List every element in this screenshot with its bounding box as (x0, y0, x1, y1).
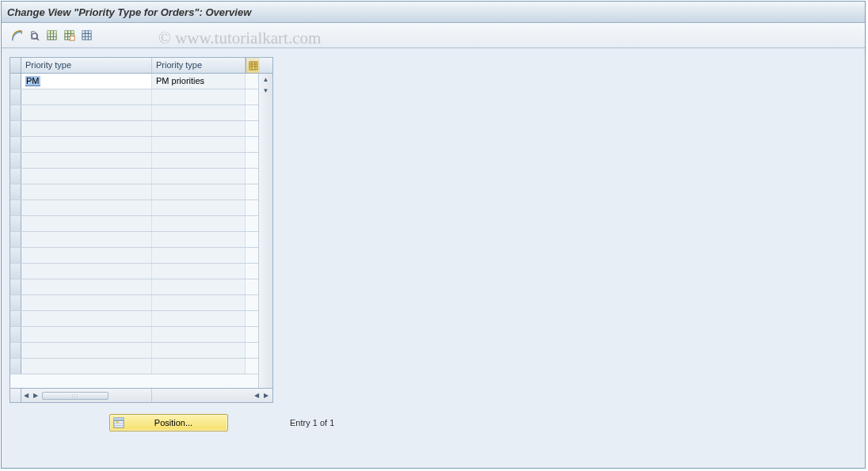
table-row[interactable] (10, 169, 258, 184)
row-selector[interactable] (10, 279, 21, 294)
cell-priority-type-code[interactable]: PM (21, 74, 152, 89)
row-selector-header[interactable] (10, 58, 21, 73)
cell-priority-type-desc[interactable]: PM priorities (152, 74, 246, 89)
svg-rect-9 (64, 31, 73, 34)
table-row[interactable] (10, 359, 258, 374)
column-header-priority-type-code[interactable]: Priority type (21, 58, 152, 73)
table-settings-icon[interactable] (246, 58, 260, 73)
row-selector[interactable] (10, 169, 21, 184)
entry-status-text: Entry 1 of 1 (290, 418, 334, 427)
other-view-icon[interactable] (10, 28, 24, 43)
row-selector[interactable] (10, 232, 21, 247)
svg-rect-14 (70, 36, 74, 40)
table-row[interactable] (10, 121, 258, 137)
content-area: Priority type Priority type PM PM priori… (2, 48, 865, 468)
table-row[interactable] (10, 327, 258, 343)
table-row[interactable] (10, 343, 258, 359)
row-selector[interactable] (10, 153, 21, 168)
svg-rect-31 (116, 421, 120, 423)
change-icon[interactable] (27, 28, 41, 43)
scroll-left-icon[interactable]: ◀ (252, 392, 261, 399)
table-row[interactable] (10, 153, 258, 169)
svg-rect-27 (114, 418, 124, 421)
row-selector[interactable] (10, 311, 21, 326)
title-bar: Change View "Priority Type for Orders": … (2, 2, 865, 23)
row-selector[interactable] (10, 200, 21, 215)
table-body: PM PM priorities (10, 74, 258, 388)
scroll-left-icon[interactable]: ◀ (21, 392, 31, 399)
row-selector[interactable] (10, 184, 21, 199)
row-selector[interactable] (10, 89, 21, 104)
table-row[interactable] (10, 264, 258, 279)
table-row[interactable] (10, 105, 258, 121)
table-row[interactable]: PM PM priorities (10, 74, 258, 89)
svg-rect-4 (47, 31, 55, 34)
scroll-down-icon[interactable]: ▼ (259, 85, 272, 96)
scroll-up-icon[interactable]: ▲ (259, 74, 272, 85)
svg-rect-21 (249, 62, 257, 70)
position-button[interactable]: Position... (109, 414, 228, 431)
table-row[interactable] (10, 137, 258, 153)
table-row[interactable] (10, 216, 258, 232)
app-frame: Change View "Priority Type for Orders": … (1, 1, 866, 469)
row-selector[interactable] (10, 121, 21, 136)
row-selector[interactable] (10, 327, 21, 342)
svg-rect-16 (82, 31, 90, 34)
row-selector[interactable] (10, 248, 21, 263)
page-title: Change View "Priority Type for Orders": … (7, 6, 251, 18)
row-selector[interactable] (10, 295, 21, 310)
position-icon (110, 417, 128, 428)
row-selector[interactable] (10, 137, 21, 152)
copy-icon[interactable] (62, 28, 76, 43)
table-row[interactable] (10, 232, 258, 248)
scroll-right-icon[interactable]: ▶ (261, 392, 271, 399)
horizontal-scrollbar[interactable]: ◀ ▶ ::: ◀ ▶ (10, 388, 272, 402)
column-header-priority-type-desc[interactable]: Priority type (152, 58, 246, 73)
svg-point-0 (32, 33, 37, 39)
table-row[interactable] (10, 248, 258, 264)
table-header-row: Priority type Priority type (10, 58, 272, 74)
new-entries-icon[interactable] (44, 28, 59, 43)
table-row[interactable] (10, 184, 258, 200)
row-selector[interactable] (10, 359, 21, 374)
table-row[interactable] (10, 200, 258, 216)
table-row[interactable] (10, 295, 258, 311)
delete-icon[interactable] (79, 28, 93, 43)
row-selector[interactable] (10, 264, 21, 279)
scroll-thumb[interactable]: ::: (42, 392, 108, 400)
table-row[interactable] (10, 89, 258, 105)
row-selector[interactable] (10, 105, 21, 120)
row-selector[interactable] (10, 343, 21, 358)
table-row[interactable] (10, 279, 258, 295)
table-row[interactable] (10, 311, 258, 327)
toolbar (2, 23, 865, 48)
priority-type-table: Priority type Priority type PM PM priori… (10, 57, 273, 403)
scroll-right-icon[interactable]: ▶ (31, 392, 40, 399)
vertical-scrollbar[interactable]: ▲ ▼ (258, 74, 272, 388)
position-button-label: Position... (128, 418, 227, 427)
row-selector[interactable] (10, 216, 21, 231)
row-selector[interactable] (10, 74, 21, 89)
